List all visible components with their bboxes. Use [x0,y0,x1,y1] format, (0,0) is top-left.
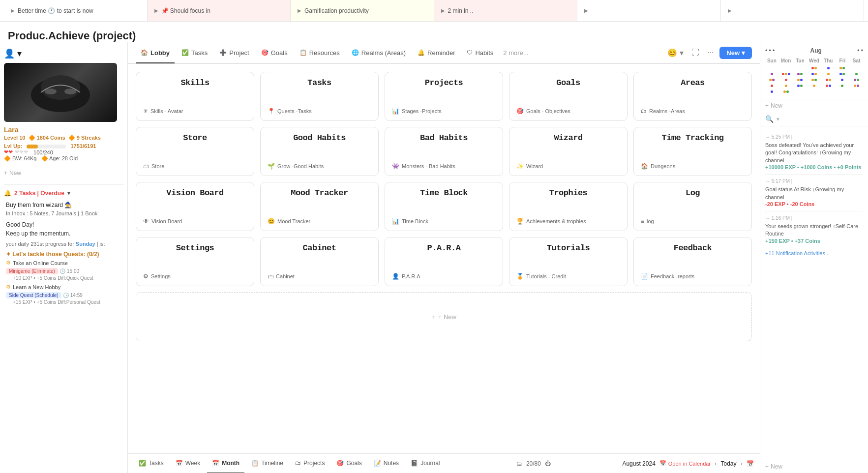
power-icon[interactable]: ⏻ [545,460,551,467]
cal-day-w3d2[interactable] [793,83,807,88]
cal-day-w0d5[interactable] [836,65,849,70]
cal-day-w1d0[interactable] [765,71,778,76]
cal-day-w4d0[interactable] [765,89,778,94]
cal-day-w3d1[interactable] [779,83,793,88]
card-settings[interactable]: Settings ⚙ Settings [136,237,254,286]
cal-day-w1d2[interactable] [793,71,807,76]
tab-resources[interactable]: 📋 Resources [295,43,345,63]
cal-day-w4d2[interactable] [793,89,807,94]
add-card-button[interactable]: + + New [136,292,752,341]
tab-project[interactable]: ➕ Project [214,43,254,63]
bottom-tab-goals[interactable]: 🎯 Goals [331,454,366,473]
cal-day-w4d5[interactable] [836,89,849,94]
avatar-icon[interactable]: 👤 ▾ [4,48,22,59]
cal-day-w2d5[interactable] [836,77,849,82]
cal-day-w1d5[interactable] [836,71,849,76]
cal-day-w0d3[interactable] [808,65,821,70]
bottom-tab-timeline[interactable]: 📋 Timeline [246,454,288,473]
card-mood-tracker[interactable]: Mood Tracker 😊 Mood Tracker [260,182,379,231]
month-icon: 📅 [212,460,219,467]
card-log[interactable]: Log ≡ log [633,182,752,231]
cal-day-w0d6[interactable] [850,65,863,70]
banner-item-5[interactable]: ▶ [577,0,721,21]
banner-item-3[interactable]: ▶ Gamification productivity [291,0,434,21]
bottom-tab-journal[interactable]: 📓 Journal [406,454,445,473]
cal-day-w1d3[interactable] [808,71,821,76]
cal-day-w3d4[interactable] [822,83,835,88]
cal-day-w2d3[interactable] [808,77,821,82]
cal-day-w3d6[interactable] [850,83,863,88]
card-cabinet[interactable]: Cabinet 🗃 Cabinet [260,237,379,286]
cal-day-w2d0[interactable] [765,77,778,82]
cal-day-w0d2[interactable] [793,65,807,70]
tab-habits[interactable]: 🛡 Habits [462,43,498,63]
tab-lobby[interactable]: 🏠 Lobby [136,43,175,63]
card-skills[interactable]: Skills ✳ Skills - Avatar [136,72,254,121]
tab-bar: 🏠 Lobby ✅ Tasks ➕ Project 🎯 Goals 📋 Reso… [128,42,760,64]
cal-day-w1d6[interactable] [850,71,863,76]
cal-day-w2d6[interactable] [850,77,863,82]
notif-header[interactable]: 🔔2 Tasks | Overdue ▾ [4,189,123,198]
banner-item-6[interactable]: ▶ [721,0,865,21]
card-time-tracking[interactable]: Time Tracking 🏠 Dungeons [633,127,752,176]
card-areas[interactable]: Areas 🗂 Realms -Areas [633,72,752,121]
open-calendar-btn[interactable]: 📅Open in Calendar [659,460,711,467]
tab-goals[interactable]: 🎯 Goals [256,43,293,63]
card-feedback[interactable]: Feedback 📄 Feedback -reports [633,237,752,286]
bottom-tab-notes[interactable]: 📝 Notes [369,454,404,473]
quest-1[interactable]: ⚙ Take an Online Course [6,260,121,266]
cal-day-w3d0[interactable] [765,83,778,88]
more-options-button[interactable]: ··· [705,46,716,59]
card-bad-habits[interactable]: Bad Habits 👾 Monsters - Bad Habits [385,127,503,176]
tab-realms[interactable]: 🌐 Realms (Areas) [347,43,411,63]
next-btn[interactable]: › [741,460,743,467]
today-label[interactable]: Today [721,460,737,467]
fullscreen-button[interactable]: ⛶ [689,46,701,59]
bottom-tab-projects[interactable]: 🗂 Projects [290,454,329,473]
cal-day-w0d0[interactable] [765,65,778,70]
cal-day-w1d1[interactable] [779,71,793,76]
quest-2[interactable]: ⚙ Learn a New Hobby [6,284,121,290]
bottom-tab-tasks[interactable]: ✅ Tasks [134,454,169,473]
card-vision-board[interactable]: Vision Board 👁 Vision Board [136,182,254,231]
card-good-habits[interactable]: Good Habits 🌱 Grow -Good Habits [260,127,379,176]
calendar-icon-bottom[interactable]: 📅 [747,460,754,467]
cal-day-w0d1[interactable] [779,65,793,70]
quest-1-tags: Minigame (Eliminate) 🕒 15:00 [6,267,121,274]
bottom-tab-month[interactable]: 📅 Month [207,454,244,473]
card-tasks[interactable]: Tasks 📍 Quests -Tasks [260,72,379,121]
cal-day-w4d4[interactable] [822,89,835,94]
card-store[interactable]: Store 🗃 Store [136,127,254,176]
prev-btn[interactable]: ‹ [715,460,717,467]
cal-day-w3d5[interactable] [836,83,849,88]
card-goals[interactable]: Goals 🎯 Goals - Objectives [509,72,628,121]
notif-more[interactable]: +11 Notification Activities... [765,248,863,258]
tab-tasks[interactable]: ✅ Tasks [177,43,212,63]
cal-day-w4d3[interactable] [808,89,821,94]
new-button[interactable]: New ▾ [719,47,752,59]
cal-day-w2d1[interactable] [779,77,793,82]
banner-item-1[interactable]: ▶ Better time 🕐 to start is now [4,0,148,21]
cal-day-w3d3[interactable] [808,83,821,88]
banner-item-2[interactable]: ▶ 📌 Should focus in [148,0,291,21]
tab-reminder[interactable]: 🔔 Reminder [413,43,460,63]
add-new-user[interactable]: +New [4,168,123,178]
card-time-block[interactable]: Time Block 📊 Time Block [385,182,503,231]
cal-day-w4d6[interactable] [850,89,863,94]
card-para[interactable]: P.A.R.A 👤 P.A.R.A [385,237,503,286]
card-trophies[interactable]: Trophies 🏆 Achievements & trophies [509,182,628,231]
card-tutorials[interactable]: Tutorials 🏅 Tutorials - Credit [509,237,628,286]
add-new-right-top[interactable]: +New [760,99,868,112]
cal-day-w2d2[interactable] [793,77,807,82]
card-wizard[interactable]: Wizard ✨ Wizard [509,127,628,176]
cal-day-w1d4[interactable] [822,71,835,76]
add-new-right-bottom[interactable]: +New [760,460,868,473]
banner-item-4[interactable]: ▶ 2 min in .. [434,0,578,21]
card-projects[interactable]: Projects 📊 Stages -Projects [385,72,503,121]
bottom-tab-week[interactable]: 📅 Week [171,454,205,473]
cal-day-w0d4[interactable] [822,65,835,70]
tab-more[interactable]: 2 more... [500,49,531,57]
cal-day-w4d1[interactable] [779,89,793,94]
emoji-button[interactable]: 😊 ▾ [665,46,685,59]
cal-day-w2d4[interactable] [822,77,835,82]
